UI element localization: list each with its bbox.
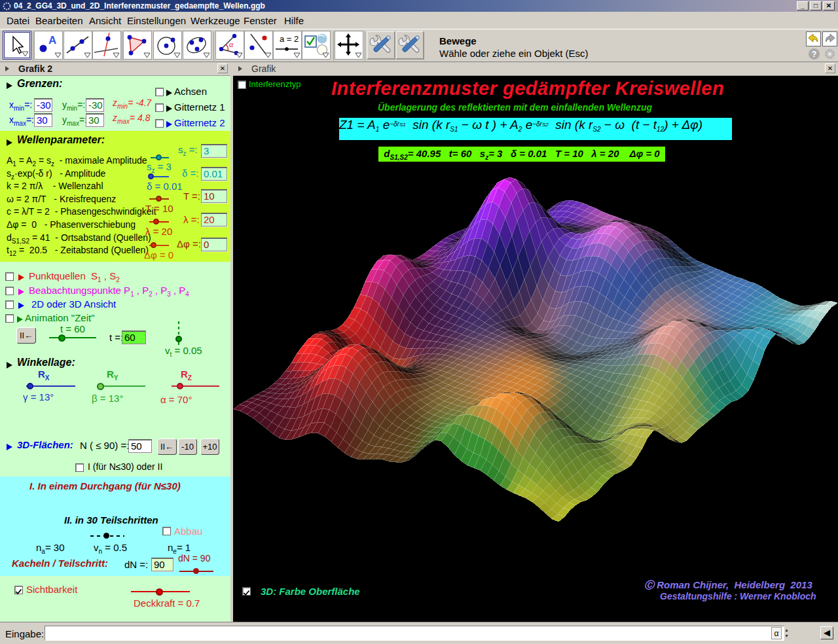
svg-text:α: α [229, 40, 234, 49]
svg-text:a = 2: a = 2 [280, 34, 299, 44]
svg-text:A: A [48, 34, 56, 46]
